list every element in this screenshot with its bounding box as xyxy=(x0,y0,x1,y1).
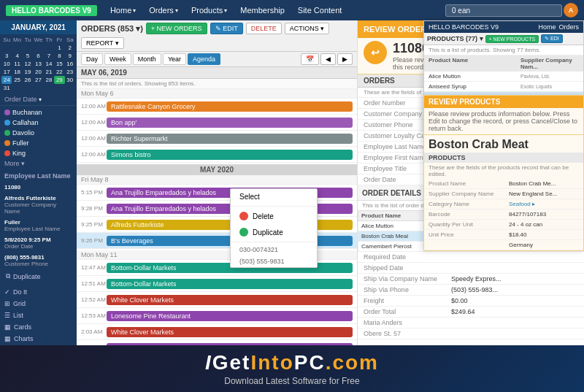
new-products-button[interactable]: + NEW PRODUCTS xyxy=(485,35,539,43)
employee-section-label: Employee Last Name xyxy=(0,170,77,182)
customer-company-block: Alfreds Futterkiste Customer Company Nam… xyxy=(0,193,77,217)
bcm-fields: Product Name Boston Crab Me... Supplier … xyxy=(424,179,583,250)
sidebar-actions: ⧉ Duplicate xyxy=(0,269,77,283)
menu-membership[interactable]: Membership xyxy=(234,4,291,17)
filter-list: Buchanan Callahan Davolio Fuller King xyxy=(0,106,77,170)
field-required-date: Required Date xyxy=(358,252,584,263)
order-item[interactable]: 12:00 AM Rattlesnake Canyon Grocery xyxy=(77,99,357,115)
edit-products-button[interactable]: ✎ EDI xyxy=(541,34,563,43)
bcm-field-category[interactable]: Category Name Seafood ▸ xyxy=(424,199,583,210)
order-date-label: Order Date ▾ xyxy=(0,93,77,106)
order-item[interactable]: 12:00 AM Bon app' xyxy=(77,115,357,131)
delete-icon xyxy=(239,212,248,220)
context-menu-info-1: 030-0074321 xyxy=(231,244,317,255)
order-item[interactable]: 12:00 AM Simons bistro xyxy=(77,147,357,163)
filter-more[interactable]: More ▾ xyxy=(1,158,75,169)
product-row-alice[interactable]: Alice Mutton Pavlova, Ltd. xyxy=(424,72,583,82)
order-item[interactable]: 2:03 AM White Clover Markets xyxy=(77,324,357,340)
tab-month[interactable]: Month xyxy=(133,53,161,65)
field-order-total: Order Total $249.64 xyxy=(358,307,584,318)
bcm-field-country: Germany xyxy=(424,240,583,250)
edit-orders-button[interactable]: ✎ EDIT xyxy=(210,23,243,34)
context-menu-info-2: (503) 555-9831 xyxy=(231,255,317,267)
nav-charts[interactable]: ▦Charts xyxy=(0,333,77,345)
tab-agenda[interactable]: Agenda xyxy=(188,53,220,65)
watermark: IGetIntoPC.com Download Latest Software … xyxy=(0,345,584,392)
report-button[interactable]: REPORT ▾ xyxy=(81,37,124,49)
review-orders-title: REVIEW ORDERS xyxy=(364,25,432,34)
duplicate-icon xyxy=(239,228,248,237)
bcm-field-qty: Quantity Per Unit 24 - 4 oz can xyxy=(424,220,583,230)
bcm-field-supplier: Supplier Company Name New England Se... xyxy=(424,189,583,199)
field-ship-address: Obere St. 57 xyxy=(358,328,584,339)
orders-toolbar: ORDERS (853 ▾) + NEW ORDERS ✎ EDIT DELET… xyxy=(77,20,357,52)
filter-king[interactable]: King xyxy=(1,148,75,158)
embedded-panel-header: HELLO BARCODES V9 Home Orders xyxy=(424,21,583,33)
calendar-icon-button[interactable]: 📅 xyxy=(301,53,319,65)
delete-orders-button[interactable]: DELETE xyxy=(246,23,282,34)
duplicate-button[interactable]: ⧉ Duplicate xyxy=(3,271,74,282)
nav-next-button[interactable]: ▶ xyxy=(337,53,353,65)
cal-week-6: 31 xyxy=(1,84,75,92)
filter-callahan[interactable]: Callahan xyxy=(1,118,75,128)
field-ship-via-company: Ship Via Company Name Speedy Expres... xyxy=(358,274,584,285)
tab-year[interactable]: Year xyxy=(163,53,186,65)
cal-week-2: 3456789 xyxy=(1,52,75,60)
cal-week-5: 24252627282930 xyxy=(1,76,75,84)
bcm-field-product-name: Product Name Boston Crab Me... xyxy=(424,179,583,189)
orders-count: ORDERS (853 ▾) xyxy=(81,24,143,34)
app-logo: HELLO BARCODES V9 xyxy=(6,5,97,16)
cal-week-3: 10111213141516 xyxy=(1,60,75,68)
bcm-fields-note: These are the fields of the products rec… xyxy=(424,163,583,179)
date-group-may6: Mon May 6 12:00 AM Rattlesnake Canyon Gr… xyxy=(77,89,357,163)
field-ship-via-phone: Ship Via Phone (503) 555-983... xyxy=(358,285,584,296)
menu-site-content[interactable]: Site Content xyxy=(292,4,348,17)
nav-list[interactable]: ☰List xyxy=(0,310,77,321)
new-orders-button[interactable]: + NEW ORDERS xyxy=(146,23,207,34)
embedded-home-link[interactable]: Home xyxy=(538,23,556,31)
top-menubar: HELLO BARCODES V9 Home ▾ Orders ▾ Produc… xyxy=(0,0,584,20)
order-item[interactable]: 12:53 AM Lonesome Pine Restaurant xyxy=(77,308,357,324)
filter-buchanan[interactable]: Buchanan xyxy=(1,107,75,118)
menu-home[interactable]: Home ▾ xyxy=(104,4,142,17)
tab-day[interactable]: Day xyxy=(81,53,103,65)
field-shipped-date: Shipped Date xyxy=(358,263,584,274)
nav-do-it[interactable]: ✓Do It xyxy=(0,286,77,298)
products-count: PRODUCTS (77) ▾ xyxy=(427,35,483,42)
nav-grid[interactable]: ⊞Grid xyxy=(0,298,77,310)
bcm-review-panel: REVIEW PRODUCTS Please review products i… xyxy=(423,95,584,251)
product-row-aniseed[interactable]: Aniseed Syrup Exotic Liquids xyxy=(424,82,583,92)
field-freight: Freight $0.00 xyxy=(358,296,584,307)
orders-count-text: This is the list of orders. Showing 853 … xyxy=(77,79,357,89)
left-sidebar: JANUARY, 2021 SuMoTuWeThFrSa 12 3456789 … xyxy=(0,20,77,392)
avatar: A xyxy=(564,3,578,18)
menu-products[interactable]: Products ▾ xyxy=(185,4,233,17)
watermark-subtitle: Download Latest Software for Free xyxy=(0,376,584,386)
phone-block: (808) 555-9831 Customer Phone xyxy=(0,252,77,269)
filter-fuller[interactable]: Fuller xyxy=(1,138,75,148)
app-container: HELLO BARCODES V9 Home ▾ Orders ▾ Produc… xyxy=(0,0,584,392)
calendar-day-headers: SuMoTuWeThFrSa xyxy=(1,36,75,44)
order-item[interactable]: 12:51 AM Bottom-Dollar Markets xyxy=(77,276,357,292)
watermark-text: IGetIntoPC.com xyxy=(0,351,584,374)
context-menu-select[interactable]: Select xyxy=(231,189,317,204)
search-input[interactable] xyxy=(445,4,562,17)
bcm-field-price: Unit Price $18.40 xyxy=(424,230,583,240)
order-date-block: 5/8/2020 9:25 PM Order Date xyxy=(0,234,77,252)
actions-button[interactable]: ACTIONS ▾ xyxy=(285,23,330,34)
menu-orders[interactable]: Orders ▾ xyxy=(143,4,184,17)
nav-prev-button[interactable]: ◀ xyxy=(320,53,336,65)
embedded-orders-link[interactable]: Orders xyxy=(558,23,579,31)
nav-cards[interactable]: ▦Cards xyxy=(0,321,77,333)
order-item[interactable]: 12:52 AM White Clover Markets xyxy=(77,292,357,308)
products-table-header: Product Name Supplier Company Nam... xyxy=(424,55,583,72)
orders-date-header: MAY 06, 2019 xyxy=(77,67,357,79)
bcm-title: Boston Crab Meat xyxy=(424,135,583,153)
context-menu-duplicate[interactable]: Duplicate xyxy=(231,224,317,240)
products-info: This is a list of products. Showing 77 i… xyxy=(424,45,583,55)
order-item[interactable]: 12:00 AM Richter Supermarkt xyxy=(77,131,357,147)
tab-week[interactable]: Week xyxy=(104,53,131,65)
filter-davolio[interactable]: Davolio xyxy=(1,128,75,138)
bcm-section: PRODUCTS xyxy=(424,153,583,163)
context-menu-delete[interactable]: Delete xyxy=(231,208,317,224)
